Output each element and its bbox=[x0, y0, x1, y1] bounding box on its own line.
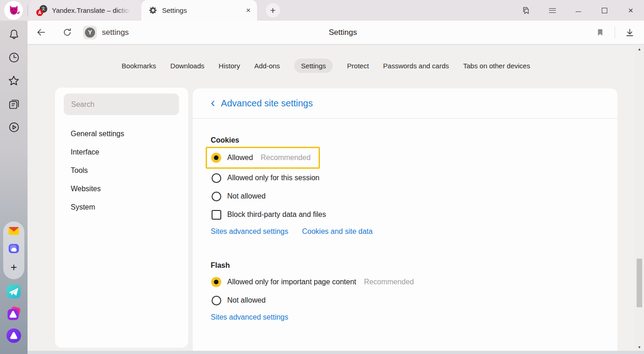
cookies-links: Sites advanced settings Cookies and site… bbox=[211, 227, 617, 236]
advanced-site-settings-header[interactable]: ‹ Advanced site settings bbox=[193, 88, 617, 119]
browser-logo-icon[interactable] bbox=[4, 1, 23, 20]
pinned-apps-group: + bbox=[3, 221, 24, 279]
download-icon[interactable] bbox=[624, 27, 635, 38]
menu-interface[interactable]: Interface bbox=[55, 143, 188, 161]
back-chevron-icon: ‹ bbox=[211, 96, 215, 109]
tab-panel-icon[interactable] bbox=[521, 6, 531, 15]
menu-tools[interactable]: Tools bbox=[55, 161, 188, 180]
messenger-icon[interactable] bbox=[6, 283, 22, 300]
window-controls: × bbox=[521, 0, 644, 21]
address-url[interactable]: settings bbox=[102, 28, 129, 37]
cat-logo-icon bbox=[6, 3, 22, 18]
page-title: Settings bbox=[329, 28, 357, 37]
scroll-up-icon[interactable]: ▲ bbox=[635, 47, 644, 51]
scrollbar-thumb[interactable] bbox=[637, 259, 642, 307]
translate-favicon-icon: 文 A bbox=[36, 5, 47, 16]
menu-websites[interactable]: Websites bbox=[55, 180, 188, 198]
menu-general-settings[interactable]: General settings bbox=[55, 125, 188, 143]
cookies-section-title: Cookies bbox=[211, 136, 617, 144]
divider bbox=[28, 5, 28, 16]
reload-icon[interactable] bbox=[62, 27, 73, 38]
tab-title: Settings bbox=[162, 6, 187, 14]
browser-window: 文 A Yandex.Translate – dictiona Settings… bbox=[0, 0, 644, 354]
settings-menu: General settings Interface Tools Website… bbox=[55, 125, 188, 216]
nav-other-devices[interactable]: Tabs on other devices bbox=[463, 59, 530, 73]
minimize-button[interactable] bbox=[574, 6, 583, 15]
radio-cookies-not-allowed[interactable]: Not allowed bbox=[211, 187, 617, 205]
gear-icon bbox=[149, 6, 157, 15]
recommended-note: Recommended bbox=[364, 278, 414, 286]
nav-passwords[interactable]: Passwords and cards bbox=[383, 59, 449, 73]
notifications-bell-icon[interactable] bbox=[7, 28, 20, 41]
tab-bar: 文 A Yandex.Translate – dictiona Settings… bbox=[0, 0, 644, 21]
checkbox-icon[interactable] bbox=[211, 210, 222, 220]
nav-protect[interactable]: Protect bbox=[347, 59, 369, 73]
yandex-disk-icon[interactable] bbox=[7, 242, 20, 255]
yandex-mail-icon[interactable] bbox=[8, 225, 20, 237]
maximize-button[interactable] bbox=[600, 6, 609, 15]
favorites-star-icon[interactable] bbox=[7, 74, 20, 87]
link-sites-advanced-settings[interactable]: Sites advanced settings bbox=[211, 227, 288, 236]
tab-settings[interactable]: Settings × bbox=[141, 0, 257, 21]
radio-unselected-icon[interactable] bbox=[211, 296, 222, 305]
search-box bbox=[64, 94, 179, 115]
divider bbox=[615, 27, 615, 39]
bottom-edge-strip bbox=[28, 351, 644, 354]
main-settings-card: ‹ Advanced site settings Cookies Allowed… bbox=[193, 88, 617, 351]
nav-bookmarks[interactable]: Bookmarks bbox=[122, 59, 156, 73]
radio-selected-icon[interactable] bbox=[211, 153, 222, 163]
radio-cookies-session-only[interactable]: Allowed only for this session bbox=[211, 169, 617, 187]
vertical-scrollbar[interactable]: ▲ ▼ bbox=[635, 46, 644, 350]
title-fade bbox=[117, 6, 133, 14]
history-clock-icon[interactable] bbox=[7, 51, 20, 64]
tab-title: Yandex.Translate – dictiona bbox=[52, 6, 133, 14]
flash-links: Sites advanced settings bbox=[211, 313, 617, 321]
radio-unselected-icon[interactable] bbox=[211, 173, 222, 183]
link-sites-advanced-settings[interactable]: Sites advanced settings bbox=[211, 313, 288, 321]
scroll-down-icon[interactable]: ▼ bbox=[635, 345, 644, 349]
section-back-title: Advanced site settings bbox=[221, 98, 313, 109]
settings-nav: Bookmarks Downloads History Add-ons Sett… bbox=[28, 59, 624, 73]
tab-yandex-translate[interactable]: 文 A Yandex.Translate – dictiona bbox=[29, 0, 141, 21]
nav-history[interactable]: History bbox=[218, 59, 240, 73]
site-badge-icon[interactable]: Y bbox=[83, 26, 97, 39]
new-tab-button[interactable]: + bbox=[266, 3, 280, 17]
close-tab-icon[interactable]: × bbox=[246, 6, 251, 14]
close-window-button[interactable]: × bbox=[626, 6, 635, 15]
nav-downloads[interactable]: Downloads bbox=[170, 59, 204, 73]
flash-section-title: Flash bbox=[211, 261, 617, 270]
yandex-apps-icon[interactable] bbox=[6, 305, 22, 321]
radio-selected-icon[interactable] bbox=[211, 277, 222, 287]
radio-flash-not-allowed[interactable]: Not allowed bbox=[211, 291, 617, 310]
radio-unselected-icon[interactable] bbox=[211, 192, 222, 201]
back-icon[interactable] bbox=[35, 27, 46, 38]
radio-cookies-allowed[interactable]: Allowed Recommended bbox=[211, 153, 311, 163]
settings-page: Bookmarks Downloads History Add-ons Sett… bbox=[28, 45, 644, 354]
menu-icon[interactable] bbox=[548, 6, 557, 15]
nav-settings-active[interactable]: Settings bbox=[294, 59, 333, 73]
settings-body: Cookies Allowed Recommended Allowed only… bbox=[193, 119, 617, 321]
menu-system[interactable]: System bbox=[55, 198, 188, 216]
checkbox-block-third-party[interactable]: Block third-party data and files bbox=[211, 205, 617, 224]
address-toolbar: Y settings Settings bbox=[28, 21, 644, 44]
add-pinned-app-button[interactable]: + bbox=[7, 261, 20, 274]
radio-flash-allowed-important[interactable]: Allowed only for important page content … bbox=[211, 273, 617, 291]
toolbar-right bbox=[594, 27, 644, 39]
side-rail: + bbox=[0, 21, 28, 354]
link-cookies-and-site-data[interactable]: Cookies and site data bbox=[302, 227, 373, 236]
feed-icon[interactable] bbox=[7, 98, 20, 111]
search-input[interactable] bbox=[64, 100, 179, 109]
nav-addons[interactable]: Add-ons bbox=[254, 59, 280, 73]
video-play-icon[interactable] bbox=[7, 121, 20, 133]
settings-sidebar-card: General settings Interface Tools Website… bbox=[55, 88, 188, 348]
bookmark-icon[interactable] bbox=[594, 27, 605, 38]
recommended-note: Recommended bbox=[261, 154, 311, 162]
highlight-box: Allowed Recommended bbox=[206, 147, 320, 169]
yandex-alice-icon[interactable] bbox=[5, 327, 22, 344]
